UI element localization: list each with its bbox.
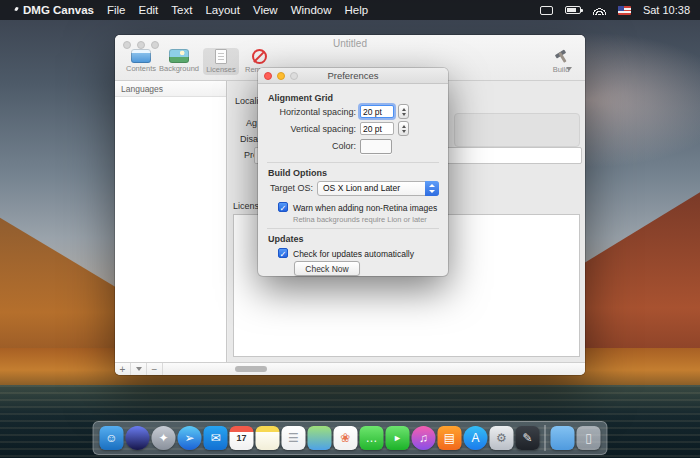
toolbar-contents-button[interactable]: Contents xyxy=(123,49,159,73)
dock-item-facetime[interactable]: ► xyxy=(386,426,410,450)
licenses-icon xyxy=(215,49,227,64)
dock-divider xyxy=(545,425,546,451)
popup-arrows-icon xyxy=(425,181,439,196)
horizontal-spacing-input[interactable] xyxy=(360,105,394,118)
close-button[interactable] xyxy=(123,41,131,49)
dock-item-messages[interactable]: … xyxy=(360,426,384,450)
dock-item-downloads-folder[interactable] xyxy=(551,426,575,450)
auto-update-label: Check for updates automatically xyxy=(293,249,414,259)
vertical-spacing-label: Vertical spacing: xyxy=(258,124,356,134)
build-hammer-icon xyxy=(553,49,570,64)
system-preferences-icon: ⚙ xyxy=(496,432,507,444)
launchpad-icon: ✦ xyxy=(158,432,168,444)
dock-item-maps[interactable] xyxy=(308,426,332,450)
dock-item-system-preferences[interactable]: ⚙ xyxy=(490,426,514,450)
minimize-button[interactable] xyxy=(137,41,145,49)
window-footer: + − xyxy=(115,362,585,375)
toolbar-licenses-label: Licenses xyxy=(206,65,236,74)
menu-item-edit[interactable]: Edit xyxy=(138,4,158,16)
sidebar-header: Languages xyxy=(115,81,226,97)
safari-icon: ➢ xyxy=(184,432,194,444)
finder-icon: ☺ xyxy=(105,432,117,444)
dock-item-siri[interactable] xyxy=(126,426,150,450)
dock-item-photos[interactable]: ❀ xyxy=(334,426,358,450)
warn-non-retina-checkbox[interactable] xyxy=(278,202,288,212)
dock-item-calendar[interactable]: 17 xyxy=(230,426,254,450)
reminders-icon: ☰ xyxy=(288,432,299,444)
dock-item-trash[interactable]: ▯ xyxy=(577,426,601,450)
dock-item-itunes[interactable]: ♫ xyxy=(412,426,436,450)
background-icon xyxy=(169,49,189,63)
zoom-button[interactable] xyxy=(151,41,159,49)
dock-item-safari[interactable]: ➢ xyxy=(178,426,202,450)
appstore-icon: A xyxy=(471,432,479,444)
grid-color-label: Color: xyxy=(258,141,356,151)
menu-clock[interactable]: Sat 10:38 xyxy=(643,4,690,16)
itunes-icon: ♫ xyxy=(419,432,428,444)
toolbar-contents-label: Contents xyxy=(126,64,156,73)
grid-color-well[interactable] xyxy=(360,139,392,154)
dock-item-appstore[interactable]: A xyxy=(464,426,488,450)
remove-prohibition-icon xyxy=(252,49,267,64)
dock-item-books[interactable]: ▤ xyxy=(438,426,462,450)
action-menu-button[interactable] xyxy=(131,363,147,375)
toolbar-background-button[interactable]: Background xyxy=(161,49,197,73)
remove-language-button[interactable]: − xyxy=(147,363,163,375)
window-title: Untitled xyxy=(115,38,585,49)
dock-item-mail[interactable]: ✉ xyxy=(204,426,228,450)
add-language-button[interactable]: + xyxy=(115,363,131,375)
menu-item-layout[interactable]: Layout xyxy=(205,4,240,16)
target-os-label: Target OS: xyxy=(258,183,313,193)
wifi-icon[interactable] xyxy=(593,6,606,15)
toolbar-licenses-button[interactable]: Licenses xyxy=(203,48,239,75)
auto-update-checkbox[interactable] xyxy=(278,248,288,258)
target-os-popup[interactable]: OS X Lion and Later xyxy=(317,181,439,196)
horizontal-spacing-stepper[interactable] xyxy=(398,104,409,119)
updates-header: Updates xyxy=(268,234,304,244)
trash-icon: ▯ xyxy=(585,432,592,444)
books-icon: ▤ xyxy=(444,432,455,444)
calendar-icon: 17 xyxy=(236,434,246,443)
toolbar-background-label: Background xyxy=(159,64,199,73)
dock-items: ☺✦➢✉17☰❀…►♫▤A⚙✎▯ xyxy=(100,425,601,451)
content-well xyxy=(454,113,580,147)
toolbar-build-button[interactable]: Build xyxy=(543,49,579,74)
messages-icon: … xyxy=(366,432,378,444)
dialog-close-button[interactable] xyxy=(264,72,272,80)
battery-icon[interactable] xyxy=(565,6,581,14)
retina-note: Retina backgrounds require Lion or later xyxy=(293,215,427,224)
content-scrollbar[interactable] xyxy=(235,366,267,372)
dock: ☺✦➢✉17☰❀…►♫▤A⚙✎▯ xyxy=(93,421,608,455)
dock-item-launchpad[interactable]: ✦ xyxy=(152,426,176,450)
dialog-minimize-button[interactable] xyxy=(277,72,285,80)
alignment-grid-header: Alignment Grid xyxy=(268,93,333,103)
dock-item-finder[interactable]: ☺ xyxy=(100,426,124,450)
dialog-titlebar: Preferences xyxy=(258,68,448,84)
facetime-icon: ► xyxy=(393,434,402,443)
separator xyxy=(267,228,439,229)
dock-item-notes[interactable] xyxy=(256,426,280,450)
menu-app-name[interactable]: DMG Canvas xyxy=(23,4,94,16)
vertical-spacing-stepper[interactable] xyxy=(398,121,409,136)
display-status-icon[interactable] xyxy=(540,6,553,15)
horizontal-spacing-label: Horizontal spacing: xyxy=(258,107,356,117)
separator xyxy=(267,162,439,163)
chevron-down-icon xyxy=(566,67,572,71)
menu-item-view[interactable]: View xyxy=(253,4,278,16)
dialog-zoom-button[interactable] xyxy=(290,72,298,80)
languages-list[interactable] xyxy=(115,97,226,362)
photos-icon: ❀ xyxy=(340,432,350,444)
input-source-flag-icon[interactable] xyxy=(618,6,631,15)
dock-item-graphics-app[interactable]: ✎ xyxy=(516,426,540,450)
check-now-button[interactable]: Check Now xyxy=(294,261,360,276)
contents-icon xyxy=(131,49,151,63)
menu-item-window[interactable]: Window xyxy=(291,4,332,16)
chevron-down-icon xyxy=(136,367,142,371)
dock-item-reminders[interactable]: ☰ xyxy=(282,426,306,450)
vertical-spacing-input[interactable] xyxy=(360,122,394,135)
field-label-fragment-1: Ag xyxy=(246,118,257,128)
warn-non-retina-label: Warn when adding non-Retina images xyxy=(293,203,437,213)
menu-item-file[interactable]: File xyxy=(107,4,126,16)
menu-item-text[interactable]: Text xyxy=(171,4,192,16)
menu-item-help[interactable]: Help xyxy=(345,4,369,16)
